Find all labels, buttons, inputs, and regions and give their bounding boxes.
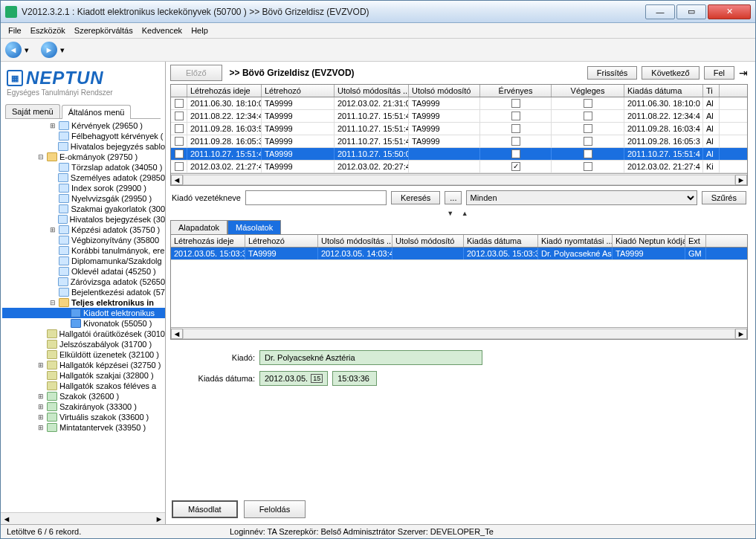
column-header[interactable]: Létrehozó bbox=[245, 235, 318, 247]
bottom-grid[interactable]: Létrehozás idejeLétrehozóUtolsó módosítá… bbox=[170, 234, 748, 340]
column-header[interactable]: Kiadó Neptun kódja bbox=[613, 235, 685, 247]
nav-tree[interactable]: ⊞Kérvények (29650 )Félbehagyott kérvénye… bbox=[1, 119, 165, 512]
checkbox[interactable] bbox=[175, 162, 184, 171]
tree-item[interactable]: Félbehagyott kérvények ( bbox=[2, 131, 165, 141]
tree-toggle-icon[interactable]: ⊞ bbox=[36, 413, 45, 421]
calendar-icon[interactable]: 15 bbox=[311, 374, 323, 383]
next-button[interactable]: Következő bbox=[642, 66, 699, 80]
menu-favorites[interactable]: Kedvencek bbox=[142, 26, 182, 35]
tree-item[interactable]: Személyes adatok (29850 bbox=[2, 172, 165, 183]
tree-item[interactable]: Kiadott elektronikus bbox=[2, 308, 165, 318]
checkbox[interactable] bbox=[175, 112, 184, 120]
issuer-field[interactable]: Dr. Polyacsekné Asztéria bbox=[259, 350, 482, 365]
tree-item[interactable]: ⊞Mintatantervek (33950 ) bbox=[2, 422, 165, 433]
tree-item[interactable]: ⊞Képzési adatok (35750 ) bbox=[2, 225, 165, 235]
close-button[interactable]: ✕ bbox=[708, 4, 751, 19]
duplicate-button[interactable]: Másodlat bbox=[172, 500, 238, 518]
minimize-button[interactable]: — bbox=[645, 4, 675, 19]
checkbox[interactable] bbox=[584, 124, 592, 133]
search-input[interactable] bbox=[245, 190, 387, 205]
column-header[interactable]: Utolsó módosítás ... bbox=[335, 85, 409, 97]
tree-toggle-icon[interactable]: ⊞ bbox=[36, 403, 45, 410]
table-row[interactable]: 2011.09.28. 16:05:3TA99992011.10.27. 15:… bbox=[171, 135, 747, 148]
tree-item[interactable]: ⊞Szakok (32600 ) bbox=[2, 391, 165, 401]
tree-item[interactable]: Végbizonyítvány (35800 bbox=[2, 235, 165, 245]
tree-item[interactable]: Bejelentkezési adatok (57 bbox=[2, 287, 165, 297]
pin-icon[interactable]: ⇥ bbox=[739, 67, 748, 79]
column-header[interactable]: Utolsó módosítás ... bbox=[318, 235, 392, 247]
nav-back-dropdown[interactable]: ▾ bbox=[25, 45, 29, 55]
search-more-button[interactable]: ... bbox=[445, 191, 462, 204]
column-header[interactable]: Ti bbox=[703, 85, 720, 97]
search-button[interactable]: Keresés bbox=[391, 191, 440, 204]
column-header[interactable]: Kiadás dátuma bbox=[624, 85, 703, 97]
nav-forward-icon[interactable]: ► bbox=[41, 42, 57, 58]
grid2-hscroll[interactable]: ◄► bbox=[171, 327, 747, 339]
menu-file[interactable]: File bbox=[8, 26, 22, 35]
tree-item[interactable]: Hallgatók szakos féléves a bbox=[2, 381, 165, 391]
tree-item[interactable]: Hivatalos bejegyzések (30 bbox=[2, 214, 165, 225]
tree-item[interactable]: Záróvizsga adatok (52650 bbox=[2, 277, 165, 287]
checkbox[interactable] bbox=[175, 149, 184, 158]
tree-item[interactable]: ⊞Virtuális szakok (33600 ) bbox=[2, 412, 165, 422]
prev-button[interactable]: Előző bbox=[170, 65, 222, 81]
tree-item[interactable]: Diplomamunka/Szakdolg bbox=[2, 256, 165, 266]
tree-toggle-icon[interactable]: ⊞ bbox=[36, 393, 45, 400]
tree-item[interactable]: Hallgatók szakjai (32800 ) bbox=[2, 370, 165, 381]
checkbox[interactable] bbox=[511, 112, 520, 120]
table-row[interactable]: 2011.08.22. 12:34:4TA99992011.10.27. 15:… bbox=[171, 110, 747, 123]
checkbox[interactable] bbox=[511, 124, 520, 133]
refresh-button[interactable]: Frissítés bbox=[587, 66, 638, 80]
tree-item[interactable]: Korábbi tanulmányok, ere bbox=[2, 245, 165, 256]
tree-toggle-icon[interactable]: ⊞ bbox=[48, 122, 56, 129]
checkbox[interactable] bbox=[175, 124, 184, 133]
table-row[interactable]: 2011.09.28. 16:03:5TA99992011.10.27. 15:… bbox=[171, 123, 747, 135]
checkbox[interactable] bbox=[175, 99, 184, 108]
splitter-icon[interactable]: ▼ ▲ bbox=[166, 210, 752, 217]
tree-item[interactable]: Szakmai gyakorlatok (300 bbox=[2, 204, 165, 214]
filter-button[interactable]: Szűrés bbox=[702, 191, 746, 204]
column-header[interactable]: Érvényes bbox=[480, 85, 552, 97]
release-button[interactable]: Feloldás bbox=[244, 500, 306, 518]
checkbox[interactable] bbox=[584, 149, 592, 158]
checkbox[interactable] bbox=[511, 137, 520, 146]
checkbox[interactable] bbox=[584, 162, 592, 171]
up-button[interactable]: Fel bbox=[704, 66, 734, 80]
tree-item[interactable]: Index sorok (29900 ) bbox=[2, 183, 165, 193]
table-row[interactable]: 2012.03.02. 21:27:4TA99992012.03.02. 20:… bbox=[171, 161, 747, 173]
tree-item[interactable]: ⊟E-okmányok (29750 ) bbox=[2, 152, 165, 162]
tree-item[interactable]: Jelszószabályok (31700 ) bbox=[2, 339, 165, 349]
tree-item[interactable]: Hallgatói óraütközések (3010 bbox=[2, 329, 165, 339]
menu-help[interactable]: Help bbox=[191, 26, 208, 35]
column-header[interactable]: Végleges bbox=[552, 85, 624, 97]
issue-date-field[interactable]: 2012.03.05.15 bbox=[259, 371, 328, 386]
tree-toggle-icon[interactable]: ⊞ bbox=[36, 424, 45, 431]
top-grid[interactable]: Létrehozás idejeLétrehozóUtolsó módosítá… bbox=[170, 84, 748, 186]
checkbox[interactable] bbox=[584, 137, 592, 146]
checkbox[interactable] bbox=[584, 99, 592, 108]
filter-select[interactable]: Minden bbox=[466, 190, 697, 205]
issue-time-field[interactable]: 15:03:36 bbox=[332, 371, 377, 386]
checkbox[interactable] bbox=[511, 99, 520, 108]
menu-roleswitch[interactable]: Szerepkörváltás bbox=[74, 26, 133, 35]
tree-toggle-icon[interactable]: ⊞ bbox=[48, 226, 56, 233]
column-header[interactable]: Létrehozás ideje bbox=[187, 85, 262, 97]
tree-item[interactable]: ⊞Kérvények (29650 ) bbox=[2, 120, 165, 131]
table-row[interactable]: 2011.10.27. 15:51:4TA99992011.10.27. 15:… bbox=[171, 148, 747, 161]
column-header[interactable]: Kiadó nyomtatási ... bbox=[538, 235, 613, 247]
column-header[interactable]: Ext bbox=[685, 235, 706, 247]
tree-item[interactable]: ⊞Szakirányok (33300 ) bbox=[2, 401, 165, 412]
subtab-basic[interactable]: Alapadatok bbox=[170, 220, 227, 234]
tree-item[interactable]: Elküldött üzenetek (32100 ) bbox=[2, 349, 165, 360]
tree-toggle-icon[interactable]: ⊟ bbox=[36, 153, 45, 161]
subtab-copies[interactable]: Másolatok bbox=[227, 220, 281, 234]
column-header[interactable]: Létrehozás ideje bbox=[171, 235, 245, 247]
nav-back-icon[interactable]: ◄ bbox=[5, 42, 22, 58]
tree-toggle-icon[interactable]: ⊞ bbox=[36, 361, 45, 369]
tree-item[interactable]: Oklevél adatai (45250 ) bbox=[2, 266, 165, 277]
nav-forward-dropdown[interactable]: ▾ bbox=[60, 45, 65, 55]
maximize-button[interactable]: ▭ bbox=[676, 4, 706, 19]
tree-item[interactable]: ⊞Hallgatók képzései (32750 ) bbox=[2, 360, 165, 370]
column-header[interactable] bbox=[171, 85, 187, 97]
table-row[interactable]: 2011.06.30. 18:10:0TA99992012.03.02. 21:… bbox=[171, 97, 747, 110]
